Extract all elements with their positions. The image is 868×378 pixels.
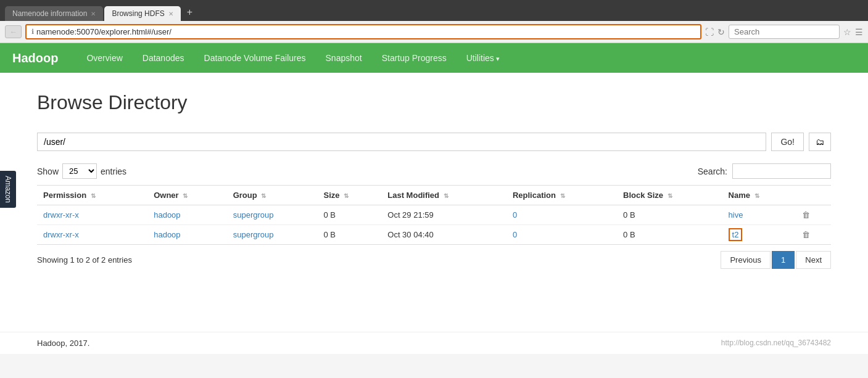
permission-link[interactable]: drwxr-xr-x [43, 230, 79, 239]
url-box[interactable]: ℹ namenode:50070/explorer.html#/user/ [25, 24, 701, 39]
path-input[interactable] [37, 133, 766, 151]
nav-snapshot[interactable]: Snapshot [316, 44, 372, 72]
cell-group: supergroup [227, 225, 318, 245]
new-tab-button[interactable]: + [182, 4, 197, 21]
col-actions [796, 186, 831, 205]
sort-modified-icon: ⇅ [444, 192, 448, 199]
cell-name: t2 [722, 225, 796, 245]
table-search-control: Search: [698, 163, 831, 179]
footer-right: http://blog.csdn.net/qq_36743482 [721, 339, 831, 348]
page-1-button[interactable]: 1 [772, 251, 795, 269]
permission-link[interactable]: drwxr-xr-x [43, 210, 79, 220]
amazon-sidebar-badge[interactable]: Amazon [0, 170, 16, 207]
hadoop-brand: Hadoop [12, 51, 58, 65]
table-row: drwxr-xr-x hadoop supergroup 0 B Oct 30 … [37, 225, 831, 245]
cell-last-modified: Oct 30 04:40 [381, 225, 506, 245]
directory-table: Permission ⇅ Owner ⇅ Group ⇅ Size ⇅ Last… [37, 185, 831, 245]
sort-replication-icon: ⇅ [560, 192, 565, 199]
cell-size: 0 B [318, 225, 382, 245]
pagination-row: Showing 1 to 2 of 2 entries Previous 1 N… [37, 251, 831, 269]
path-row: Go! 🗂 [37, 133, 831, 151]
replication-link[interactable]: 0 [513, 230, 517, 239]
cell-last-modified: Oct 29 21:59 [381, 205, 506, 225]
table-search-input[interactable] [732, 163, 831, 179]
entries-select[interactable]: 10 25 50 100 [62, 163, 97, 179]
name-link-highlighted[interactable]: t2 [729, 228, 743, 241]
sort-owner-icon: ⇅ [183, 192, 188, 199]
owner-link[interactable]: hadoop [154, 230, 180, 239]
sort-permission-icon: ⇅ [91, 192, 96, 199]
nav-startup-progress[interactable]: Startup Progress [372, 44, 457, 72]
show-label: Show [37, 166, 59, 176]
cell-permission: drwxr-xr-x [37, 205, 147, 225]
page-title: Browse Directory [37, 91, 831, 114]
menu-icon[interactable]: ☰ [855, 27, 863, 37]
col-name[interactable]: Name ⇅ [722, 186, 796, 205]
cell-block-size: 0 B [617, 225, 722, 245]
controls-row: Show 10 25 50 100 entries Search: [37, 163, 831, 179]
cell-size: 0 B [318, 205, 382, 225]
tab-browsing-hdfs[interactable]: Browsing HDFS ✕ [104, 6, 180, 21]
folder-icon: 🗂 [816, 137, 824, 147]
info-icon: ℹ [31, 28, 34, 36]
entries-label: entries [101, 166, 126, 176]
folder-icon-button[interactable]: 🗂 [809, 133, 831, 151]
col-replication[interactable]: Replication ⇅ [506, 186, 617, 205]
back-button[interactable]: ← [5, 25, 22, 38]
delete-icon[interactable]: 🗑 [802, 210, 810, 220]
sort-name-icon: ⇅ [754, 192, 759, 199]
url-text: namenode:50070/explorer.html#/user/ [36, 27, 172, 36]
cell-replication: 0 [506, 225, 617, 245]
fullscreen-icon[interactable]: ⛶ [705, 27, 714, 37]
refresh-icon[interactable]: ↻ [717, 27, 725, 37]
cell-owner: hadoop [147, 205, 227, 225]
cell-permission: drwxr-xr-x [37, 225, 147, 245]
col-group[interactable]: Group ⇅ [227, 186, 318, 205]
nav-datanode-volume-failures[interactable]: Datanode Volume Failures [194, 44, 316, 72]
sort-size-icon: ⇅ [344, 192, 349, 199]
cell-delete: 🗑 [796, 205, 831, 225]
next-button[interactable]: Next [796, 251, 831, 269]
name-link[interactable]: hive [729, 210, 743, 220]
tab-namenode-information[interactable]: Namenode information ✕ [5, 6, 103, 21]
browser-search-input[interactable] [729, 25, 840, 39]
footer-left: Hadoop, 2017. [37, 339, 89, 348]
bookmark-icon[interactable]: ☆ [843, 27, 851, 37]
tab-label: Browsing HDFS [112, 9, 164, 18]
cell-block-size: 0 B [617, 205, 722, 225]
show-entries-control: Show 10 25 50 100 entries [37, 163, 126, 179]
cell-delete: 🗑 [796, 225, 831, 245]
delete-icon[interactable]: 🗑 [802, 230, 810, 239]
sort-blocksize-icon: ⇅ [668, 192, 672, 199]
group-link[interactable]: supergroup [233, 230, 274, 239]
address-actions: ⛶ ↻ ☆ ☰ [705, 25, 863, 39]
col-last-modified[interactable]: Last Modified ⇅ [381, 186, 506, 205]
cell-replication: 0 [506, 205, 617, 225]
nav-datanodes[interactable]: Datanodes [133, 44, 194, 72]
cell-group: supergroup [227, 205, 318, 225]
go-button[interactable]: Go! [771, 133, 804, 151]
group-link[interactable]: supergroup [233, 210, 274, 220]
nav-utilities[interactable]: Utilities [457, 44, 510, 72]
col-block-size[interactable]: Block Size ⇅ [617, 186, 722, 205]
showing-text: Showing 1 to 2 of 2 entries [37, 255, 132, 265]
previous-button[interactable]: Previous [721, 251, 771, 269]
col-owner[interactable]: Owner ⇅ [147, 186, 227, 205]
nav-overview[interactable]: Overview [76, 44, 132, 72]
main-content: Browse Directory Go! 🗂 Show 10 25 50 100… [0, 73, 868, 332]
table-row: drwxr-xr-x hadoop supergroup 0 B Oct 29 … [37, 205, 831, 225]
pagination-buttons: Previous 1 Next [721, 251, 831, 269]
hadoop-navbar: Hadoop Overview Datanodes Datanode Volum… [0, 43, 868, 73]
replication-link[interactable]: 0 [513, 210, 517, 220]
cell-name: hive [722, 205, 796, 225]
cell-owner: hadoop [147, 225, 227, 245]
tab-close-icon[interactable]: ✕ [91, 10, 96, 17]
tab-label: Namenode information [12, 9, 87, 18]
col-permission[interactable]: Permission ⇅ [37, 186, 147, 205]
tab-close-icon[interactable]: ✕ [168, 10, 173, 17]
nav-links: Overview Datanodes Datanode Volume Failu… [76, 44, 510, 72]
owner-link[interactable]: hadoop [154, 210, 180, 220]
search-label: Search: [698, 166, 727, 176]
sort-group-icon: ⇅ [261, 192, 266, 199]
col-size[interactable]: Size ⇅ [318, 186, 382, 205]
